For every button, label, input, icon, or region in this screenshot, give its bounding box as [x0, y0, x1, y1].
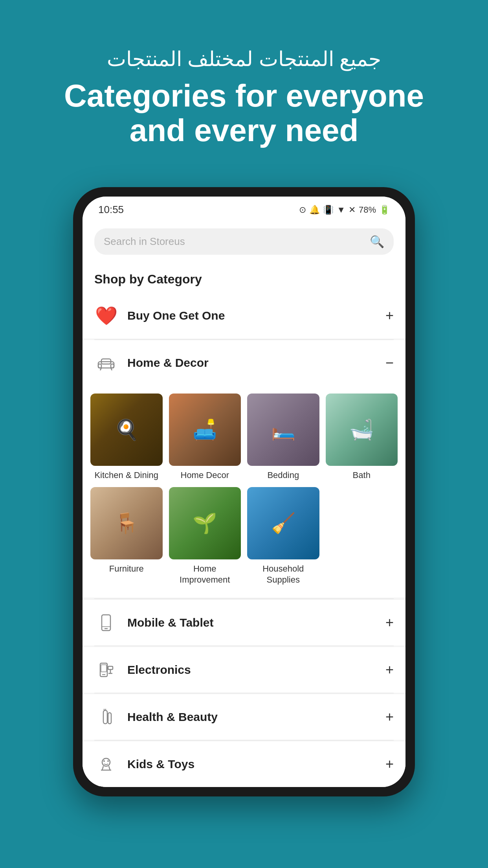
status-icons: ⊙ 🔔 📳 ▼ ✕ 78% 🔋: [299, 205, 390, 215]
category-header-electronics[interactable]: Electronics +: [83, 647, 405, 693]
svg-line-22: [102, 766, 103, 770]
sofa-icon: [96, 353, 116, 373]
subcategory-household[interactable]: Household Supplies: [247, 487, 319, 586]
bedding-img: [247, 394, 319, 466]
category-icon-mobile: [94, 611, 118, 634]
page-background: جميع المنتجات لمختلف المنتجات Categories…: [0, 0, 488, 868]
electronics-icon: [96, 660, 116, 680]
bath-img: [326, 394, 398, 466]
subcategory-home-improvement[interactable]: Home Improvement: [169, 487, 241, 586]
category-toggle-home-decor[interactable]: −: [385, 356, 394, 370]
category-label-mobile: Mobile & Tablet: [127, 616, 385, 629]
arabic-title: جميع المنتجات لمختلف المنتجات: [0, 47, 488, 71]
svg-rect-11: [101, 665, 106, 672]
category-list: ❤️ Buy One Get One +: [83, 293, 405, 787]
status-time: 10:55: [98, 204, 124, 216]
category-header-health-beauty[interactable]: Health & Beauty +: [83, 694, 405, 740]
section-title: Shop by Category: [94, 272, 202, 286]
phone-screen: 10:55 ⊙ 🔔 📳 ▼ ✕ 78% 🔋 Search in Storeus: [83, 197, 405, 787]
category-header-mobile[interactable]: Mobile & Tablet +: [83, 600, 405, 645]
category-icon-kids-toys: [94, 752, 118, 776]
toys-icon: [96, 754, 116, 774]
divider-2: [94, 598, 394, 599]
english-title: Categories for everyone and every need: [0, 79, 488, 148]
battery-icon: 🔋: [379, 205, 390, 215]
svg-line-23: [109, 766, 110, 770]
subcategory-furniture[interactable]: Furniture: [90, 487, 163, 586]
subcategory-image-home-improvement: [169, 487, 241, 559]
divider-3: [94, 645, 394, 646]
home-decor-img: [169, 394, 241, 466]
svg-rect-0: [98, 362, 114, 368]
category-toggle-mobile[interactable]: +: [385, 616, 394, 630]
svg-rect-12: [108, 666, 113, 669]
subcategory-image-furniture: [90, 487, 163, 559]
kitchen-img: [90, 394, 163, 466]
signal-icon: ✕: [349, 205, 356, 215]
location-icon: ⊙: [299, 205, 306, 215]
svg-point-21: [107, 760, 109, 762]
subcategory-kitchen[interactable]: Kitchen & Dining: [90, 394, 163, 481]
category-header-kids-toys[interactable]: Kids & Toys +: [83, 741, 405, 787]
search-icon[interactable]: 🔍: [370, 235, 384, 248]
divider-5: [94, 740, 394, 741]
category-label-health-beauty: Health & Beauty: [127, 710, 385, 724]
category-label-kids-toys: Kids & Toys: [127, 758, 385, 771]
subcategory-label-furniture: Furniture: [109, 563, 144, 575]
subcategory-label-kitchen: Kitchen & Dining: [94, 470, 158, 481]
category-item-health-beauty: Health & Beauty +: [83, 694, 405, 740]
category-item-kids-toys: Kids & Toys +: [83, 741, 405, 787]
battery-percentage: 78%: [359, 205, 376, 215]
category-icon-health-beauty: [94, 705, 118, 729]
wifi-icon: ▼: [337, 205, 345, 215]
svg-rect-16: [108, 713, 111, 724]
category-expanded-home-decor: Kitchen & Dining Home Decor: [83, 386, 405, 598]
subcategory-label-bedding: Bedding: [267, 470, 299, 481]
section-title-bar: Shop by Category: [83, 263, 405, 293]
category-toggle-electronics[interactable]: +: [385, 663, 394, 677]
phone-frame: 10:55 ⊙ 🔔 📳 ▼ ✕ 78% 🔋 Search in Storeus: [73, 187, 415, 796]
category-toggle-health-beauty[interactable]: +: [385, 710, 394, 724]
household-img: [247, 487, 319, 559]
heart-icon: ❤️: [95, 305, 117, 326]
category-toggle-bogo[interactable]: +: [385, 309, 394, 323]
header-section: جميع المنتجات لمختلف المنتجات Categories…: [0, 0, 488, 171]
category-item-mobile: Mobile & Tablet +: [83, 600, 405, 645]
category-header-home-decor[interactable]: Home & Decor −: [83, 340, 405, 386]
subcategory-label-home-decor: Home Decor: [181, 470, 229, 481]
category-label-home-decor: Home & Decor: [127, 356, 385, 370]
home-improvement-img: [169, 487, 241, 559]
furniture-img: [90, 487, 163, 559]
mobile-icon: [96, 613, 116, 633]
category-item-home-decor: Home & Decor − Kitchen: [83, 340, 405, 598]
divider-4: [94, 693, 394, 693]
category-label-bogo: Buy One Get One: [127, 309, 385, 322]
svg-rect-15: [103, 710, 107, 724]
search-container: Search in Storeus 🔍: [83, 221, 405, 263]
subcategory-image-bedding: [247, 394, 319, 466]
vibrate-icon: 📳: [323, 205, 334, 215]
subcategory-image-household: [247, 487, 319, 559]
subcategory-image-home-decor: [169, 394, 241, 466]
svg-point-20: [103, 760, 105, 762]
subcategory-home-decor[interactable]: Home Decor: [169, 394, 241, 481]
svg-rect-1: [98, 364, 101, 368]
subcategory-label-household: Household Supplies: [247, 563, 319, 586]
search-bar[interactable]: Search in Storeus 🔍: [94, 228, 394, 255]
subcategory-bedding[interactable]: Bedding: [247, 394, 319, 481]
category-toggle-kids-toys[interactable]: +: [385, 757, 394, 771]
category-icon-electronics: [94, 658, 118, 682]
empty-slot: [326, 487, 398, 586]
subcategory-image-bath: [326, 394, 398, 466]
status-bar: 10:55 ⊙ 🔔 📳 ▼ ✕ 78% 🔋: [83, 197, 405, 221]
subcategory-bath[interactable]: Bath: [326, 394, 398, 481]
subcategory-row-1: Kitchen & Dining Home Decor: [90, 394, 398, 481]
subcategory-image-kitchen: [90, 394, 163, 466]
category-icon-bogo: ❤️: [94, 304, 118, 327]
subcategory-row-2: Furniture Home Improvement: [90, 487, 398, 586]
health-beauty-icon: [96, 707, 116, 727]
search-placeholder: Search in Storeus: [104, 235, 365, 248]
subcategory-label-bath: Bath: [353, 470, 371, 481]
category-header-bogo[interactable]: ❤️ Buy One Get One +: [83, 293, 405, 338]
category-item-bogo: ❤️ Buy One Get One +: [83, 293, 405, 338]
